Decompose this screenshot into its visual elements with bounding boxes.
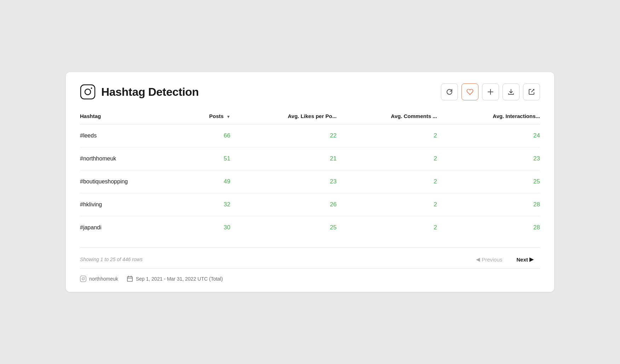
svg-rect-8 <box>127 277 132 282</box>
page-title: Hashtag Detection <box>101 86 199 99</box>
previous-button[interactable]: ◀ Previous <box>470 253 509 265</box>
footer-instagram-icon <box>80 276 86 282</box>
data-table: Hashtag Posts ▼ Avg. Likes per Po... Avg… <box>80 113 540 239</box>
cell-avg_comments: 2 <box>337 170 437 193</box>
cell-hashtag: #leeds <box>80 124 184 147</box>
cell-avg_interactions: 28 <box>437 216 540 239</box>
table-row: #boutiqueshopping4923225 <box>80 170 540 193</box>
header: Hashtag Detection <box>80 83 540 100</box>
sort-arrow-icon: ▼ <box>226 115 230 119</box>
cell-avg_comments: 2 <box>337 124 437 147</box>
cell-avg_interactions: 28 <box>437 193 540 216</box>
table-row: #hkliving3226228 <box>80 193 540 216</box>
footer-date-text: Sep 1, 2021 - Mar 31, 2022 UTC (Total) <box>136 276 223 282</box>
pagination-buttons: ◀ Previous Next ▶ <box>470 253 540 265</box>
add-button[interactable] <box>482 83 499 100</box>
cell-avg_interactions: 23 <box>437 147 540 170</box>
instagram-icon <box>80 84 96 100</box>
cell-posts: 32 <box>184 193 230 216</box>
cell-avg_comments: 2 <box>337 193 437 216</box>
svg-rect-5 <box>80 276 86 282</box>
cell-posts: 51 <box>184 147 230 170</box>
header-actions <box>441 83 540 100</box>
export-button[interactable] <box>523 83 540 100</box>
download-button[interactable] <box>503 83 519 100</box>
table-row: #leeds6622224 <box>80 124 540 147</box>
col-hashtag: Hashtag <box>80 113 184 124</box>
svg-point-6 <box>82 278 85 280</box>
col-avg-likes: Avg. Likes per Po... <box>230 113 337 124</box>
cell-avg_likes: 26 <box>230 193 337 216</box>
showing-text: Showing 1 to 25 of 446 rows <box>80 257 143 262</box>
table-row: #japandi3025228 <box>80 216 540 239</box>
cell-hashtag: #hkliving <box>80 193 184 216</box>
table-row: #northhomeuk5121223 <box>80 147 540 170</box>
pagination-row: Showing 1 to 25 of 446 rows ◀ Previous N… <box>80 247 540 265</box>
refresh-button[interactable] <box>441 83 458 100</box>
header-left: Hashtag Detection <box>80 84 199 100</box>
cell-posts: 30 <box>184 216 230 239</box>
table-body: #leeds6622224#northhomeuk5121223#boutiqu… <box>80 124 540 239</box>
footer: northhomeuk Sep 1, 2021 - Mar 31, 2022 U… <box>80 268 540 282</box>
cell-avg_likes: 22 <box>230 124 337 147</box>
cell-posts: 49 <box>184 170 230 193</box>
svg-rect-0 <box>81 85 95 99</box>
cell-avg_comments: 2 <box>337 147 437 170</box>
cell-hashtag: #japandi <box>80 216 184 239</box>
cell-avg_likes: 21 <box>230 147 337 170</box>
cell-avg_likes: 23 <box>230 170 337 193</box>
col-avg-interactions: Avg. Interactions... <box>437 113 540 124</box>
footer-date-range: Sep 1, 2021 - Mar 31, 2022 UTC (Total) <box>127 276 223 282</box>
cell-avg_comments: 2 <box>337 216 437 239</box>
next-arrow-icon: ▶ <box>529 256 534 263</box>
footer-calendar-icon <box>127 276 133 282</box>
col-posts[interactable]: Posts ▼ <box>184 113 230 124</box>
cell-posts: 66 <box>184 124 230 147</box>
main-card: Hashtag Detection <box>66 72 554 292</box>
cell-hashtag: #boutiqueshopping <box>80 170 184 193</box>
svg-point-7 <box>84 277 85 278</box>
footer-account-name: northhomeuk <box>89 276 118 282</box>
table-header: Hashtag Posts ▼ Avg. Likes per Po... Avg… <box>80 113 540 124</box>
cell-hashtag: #northhomeuk <box>80 147 184 170</box>
favorite-button[interactable] <box>461 83 478 100</box>
cell-avg_interactions: 24 <box>437 124 540 147</box>
next-button[interactable]: Next ▶ <box>510 253 540 265</box>
cell-avg_likes: 25 <box>230 216 337 239</box>
cell-avg_interactions: 25 <box>437 170 540 193</box>
col-avg-comments: Avg. Comments ... <box>337 113 437 124</box>
footer-account: northhomeuk <box>80 276 118 282</box>
svg-point-1 <box>85 89 91 95</box>
svg-point-2 <box>91 88 92 89</box>
prev-arrow-icon: ◀ <box>476 256 480 263</box>
